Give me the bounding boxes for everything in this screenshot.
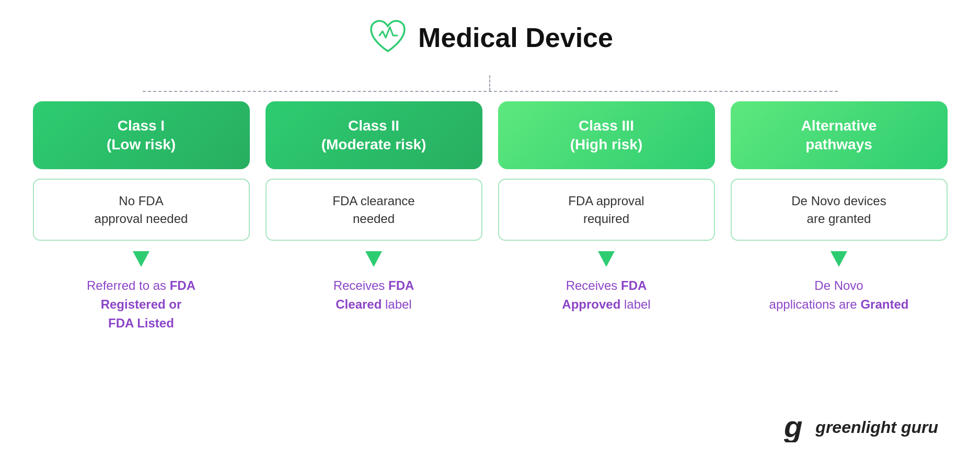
class3-result: Receives FDAApproved label xyxy=(557,276,655,314)
logo-text: greenlight guru xyxy=(815,418,938,437)
class1-detail-text: No FDAapproval needed xyxy=(95,192,188,227)
class3-title: Class III(High risk) xyxy=(570,116,642,155)
svg-marker-3 xyxy=(831,251,847,267)
column-class2: Class II(Moderate risk) FDA clearancenee… xyxy=(266,101,482,333)
class3-detail-text: FDA approvalrequired xyxy=(568,192,644,227)
alt-detail-text: De Novo devicesare granted xyxy=(791,192,886,227)
class2-detail-text: FDA clearanceneeded xyxy=(332,192,414,227)
class2-result: Receives FDACleared label xyxy=(328,276,420,314)
class3-header-box: Class III(High risk) xyxy=(498,101,715,169)
class3-arrow xyxy=(594,246,619,271)
class2-title: Class II(Moderate risk) xyxy=(321,116,426,155)
alt-detail-box: De Novo devicesare granted xyxy=(731,179,948,241)
class2-header-box: Class II(Moderate risk) xyxy=(266,101,482,169)
column-class3: Class III(High risk) FDA approvalrequire… xyxy=(498,101,715,333)
logo-area: g greenlight guru xyxy=(784,412,938,442)
class2-detail-box: FDA clearanceneeded xyxy=(266,179,482,241)
column-alt: Alternativepathways De Novo devicesare g… xyxy=(731,101,948,333)
svg-marker-0 xyxy=(133,251,149,267)
class2-arrow xyxy=(361,246,386,271)
alt-title: Alternativepathways xyxy=(801,116,877,155)
page-title: Medical Device xyxy=(418,22,613,53)
heart-icon xyxy=(367,16,409,60)
class1-title: Class I(Low risk) xyxy=(107,116,176,155)
connector-lines xyxy=(33,75,948,101)
class1-result: Referred to as FDARegistered orFDA Liste… xyxy=(82,276,201,333)
svg-marker-2 xyxy=(598,251,615,267)
class1-header-box: Class I(Low risk) xyxy=(33,101,250,169)
svg-marker-1 xyxy=(365,251,382,267)
class3-detail-box: FDA approvalrequired xyxy=(498,179,715,241)
main-grid: Class I(Low risk) No FDAapproval needed … xyxy=(33,101,948,333)
page-header: Medical Device xyxy=(367,16,613,60)
alt-result: De Novoapplications are Granted xyxy=(764,276,914,314)
column-class1: Class I(Low risk) No FDAapproval needed … xyxy=(33,101,250,333)
svg-text:g: g xyxy=(784,412,802,442)
alt-header-box: Alternativepathways xyxy=(731,101,948,169)
class1-detail-box: No FDAapproval needed xyxy=(33,179,250,241)
alt-arrow xyxy=(826,246,851,271)
class1-arrow xyxy=(129,246,154,271)
greenlight-g-icon: g xyxy=(784,412,810,442)
